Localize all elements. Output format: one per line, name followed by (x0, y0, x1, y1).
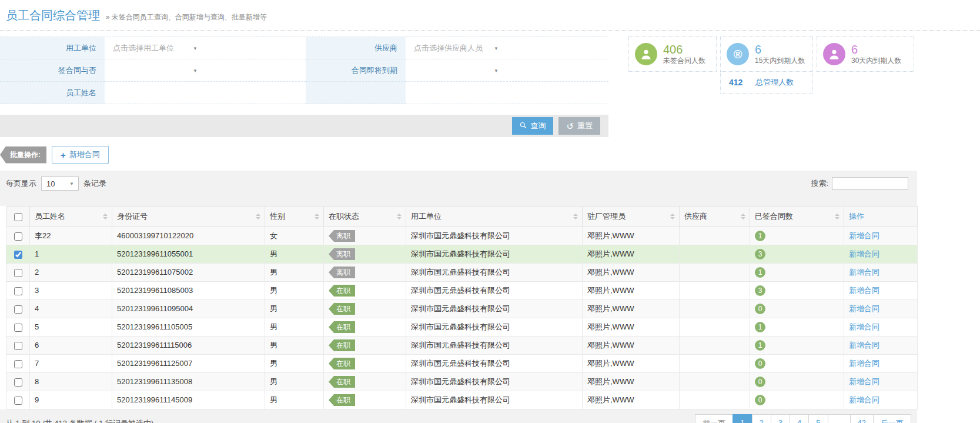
employer-select-placeholder: 点击选择用工单位 (105, 43, 174, 54)
reset-button-label: 重置 (577, 121, 593, 131)
pagination-page-4[interactable]: 4 (790, 414, 809, 423)
employee-name-field-label: 员工姓名 (0, 82, 105, 104)
status-badge: 在职 (329, 358, 355, 369)
employee-name-cell (105, 82, 306, 104)
signed-contracts-cell: 1 (750, 227, 844, 245)
search-button[interactable]: 查询 (512, 117, 553, 135)
registered-icon: ® (727, 43, 749, 65)
page-breadcrumb: » 未签合同员工查询、合同新增与查询、批量新增等 (106, 13, 267, 21)
pagination-page-1[interactable]: 1 (733, 414, 752, 423)
stat-value: 6 (851, 43, 858, 56)
select-all-checkbox[interactable] (14, 213, 22, 221)
table-search-input[interactable] (832, 177, 908, 190)
signed-contracts-cell: 1 (750, 318, 844, 337)
page-size-select[interactable]: 10 ▼ (41, 176, 79, 191)
pagination: 前一页12345…42后一页 (695, 414, 911, 423)
pagination-next[interactable]: 后一页 (873, 414, 911, 423)
row-checkbox[interactable] (14, 251, 22, 259)
employer-cell: 深圳市国元鼎盛科技有限公司 (406, 245, 583, 264)
row-checkbox[interactable] (14, 342, 22, 350)
row-checkbox[interactable] (14, 378, 22, 387)
stat-value: 6 (755, 43, 761, 56)
supplier-cell (680, 300, 750, 318)
expiring-select[interactable]: ▼ (406, 59, 608, 82)
reset-button[interactable]: ↺ 重置 (558, 117, 600, 135)
signed-select[interactable]: ▼ (105, 59, 306, 82)
status-cell: 在职 (324, 391, 406, 409)
employee-contracts-table: 员工姓名身份证号性别在职状态用工单位驻厂管理员供应商已签合同数操作 李22460… (6, 206, 918, 409)
column-header-4[interactable]: 在职状态 (324, 206, 406, 227)
signed-contracts-count-badge: 0 (755, 395, 765, 405)
supplier-select[interactable]: 点击选择供应商人员 ▼ (406, 37, 608, 59)
pagination-page-5[interactable]: 5 (808, 414, 828, 423)
column-header-label: 用工单位 (411, 212, 441, 221)
action-cell: 新增合同 (844, 391, 918, 409)
employee-name-cell: 3 (30, 282, 112, 300)
employee-name-cell: 9 (30, 391, 112, 409)
search-icon (520, 122, 527, 131)
status-cell: 离职 (324, 245, 406, 264)
action-cell: 新增合同 (844, 300, 918, 318)
add-contract-link[interactable]: 新增合同 (849, 359, 879, 368)
add-contract-link[interactable]: 新增合同 (849, 268, 879, 277)
total-managed-card[interactable]: 412 总管理人数 (720, 72, 813, 94)
add-contract-link[interactable]: 新增合同 (849, 322, 879, 331)
gender-cell: 女 (265, 227, 324, 245)
add-contract-link[interactable]: 新增合同 (849, 395, 879, 404)
row-select-cell (6, 391, 30, 409)
action-cell: 新增合同 (844, 227, 918, 245)
row-select-cell (6, 318, 30, 337)
unsigned-contracts-card[interactable]: 406 未签合同人数 (628, 36, 717, 72)
column-header-6[interactable]: 驻厂管理员 (583, 206, 680, 227)
row-checkbox[interactable] (14, 324, 22, 332)
row-checkbox[interactable] (14, 305, 22, 314)
add-contract-link[interactable]: 新增合同 (849, 286, 879, 295)
row-checkbox[interactable] (14, 287, 22, 295)
pagination-page-3[interactable]: 3 (771, 414, 790, 423)
table-search-label: 搜索: (811, 178, 828, 189)
filter-form: 用工单位 点击选择用工单位 ▼ 供应商 点击选择供应商人员 ▼ 签合同与否 ▼ … (0, 36, 608, 104)
employer-cell: 深圳市国元鼎盛科技有限公司 (406, 391, 583, 409)
gender-cell: 男 (265, 300, 324, 318)
row-checkbox[interactable] (14, 269, 22, 277)
column-header-label: 驻厂管理员 (587, 212, 626, 221)
employee-name-cell: 1 (30, 245, 112, 264)
column-header-8[interactable]: 已签合同数 (750, 206, 844, 227)
expiring-15-days-card[interactable]: ® 6 15天内到期人数 (720, 36, 813, 72)
employer-cell: 深圳市国元鼎盛科技有限公司 (406, 300, 583, 318)
add-contract-link[interactable]: 新增合同 (849, 304, 879, 313)
employee-name-cell: 4 (30, 300, 112, 318)
status-cell: 在职 (324, 300, 406, 318)
chevron-down-icon: ▼ (494, 45, 499, 51)
status-cell: 在职 (324, 337, 406, 355)
row-checkbox[interactable] (14, 360, 22, 368)
pagination-prev[interactable]: 前一页 (695, 414, 733, 423)
column-header-3[interactable]: 性别 (265, 206, 324, 227)
column-header-7[interactable]: 供应商 (680, 206, 750, 227)
sort-icon (103, 214, 108, 219)
row-checkbox[interactable] (14, 232, 22, 241)
add-contract-button[interactable]: + 新增合同 (52, 146, 109, 164)
table-row: 9520123199611145009男在职深圳市国元鼎盛科技有限公司邓照片,W… (6, 391, 918, 409)
employer-select[interactable]: 点击选择用工单位 ▼ (105, 37, 306, 59)
pagination-page-2[interactable]: 2 (752, 414, 771, 423)
row-checkbox[interactable] (14, 397, 22, 405)
column-header-5[interactable]: 用工单位 (406, 206, 583, 227)
table-row: 7520123199611125007男在职深圳市国元鼎盛科技有限公司邓照片,W… (6, 355, 918, 373)
supplier-cell (680, 373, 750, 391)
column-header-2[interactable]: 身份证号 (112, 206, 265, 227)
chevron-down-icon: ▼ (69, 181, 74, 186)
add-contract-link[interactable]: 新增合同 (849, 341, 879, 349)
status-cell: 离职 (324, 227, 406, 245)
expiring-30-days-card[interactable]: 6 30天内到期人数 (817, 36, 914, 72)
manager-cell: 邓照片,WWW (583, 300, 680, 318)
add-contract-link[interactable]: 新增合同 (849, 377, 879, 386)
employee-name-cell: 7 (30, 355, 112, 373)
sort-icon (670, 214, 675, 219)
employee-name-input[interactable] (105, 84, 297, 102)
add-contract-link[interactable]: 新增合同 (849, 231, 879, 240)
pagination-page-42[interactable]: 42 (850, 414, 874, 423)
add-contract-link[interactable]: 新增合同 (849, 249, 879, 258)
column-header-1[interactable]: 员工姓名 (30, 206, 112, 227)
supplier-cell (680, 264, 750, 282)
